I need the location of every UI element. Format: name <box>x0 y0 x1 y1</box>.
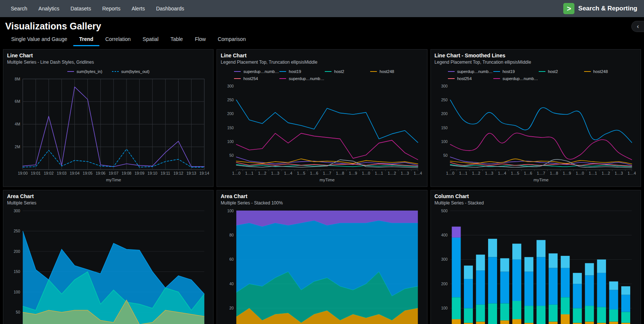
legend-item[interactable]: host19 <box>493 69 539 74</box>
svg-text:300: 300 <box>14 209 20 213</box>
legend-item[interactable]: host254 <box>234 76 279 81</box>
legend-label: superdup…numb… <box>457 69 493 74</box>
tab-table[interactable]: Table <box>164 34 189 46</box>
svg-text:1…1: 1…1 <box>589 171 597 175</box>
tab-single-value-and-gauge[interactable]: Single Value and Gauge <box>5 34 73 46</box>
legend-item[interactable]: sum(bytes_in) <box>67 69 102 74</box>
line-chart[interactable]: 2M4M6M8M19:0019:0119:0219:0319:0419:0519… <box>7 76 209 184</box>
collapse-panel-button[interactable]: ‹ <box>631 21 644 32</box>
legend-item[interactable]: superdup…numb… <box>493 76 539 81</box>
svg-text:100: 100 <box>441 306 448 310</box>
panel-title: Area Chart <box>7 193 209 199</box>
svg-text:1…0: 1…0 <box>446 171 454 175</box>
line-chart[interactable]: 501001502002503001…01…11…21…31…41…51…61…… <box>221 83 423 184</box>
tab-trend[interactable]: Trend <box>73 34 99 46</box>
panel-column-chart-stacked: Column Chart Multiple Series - Stacked 1… <box>430 190 641 324</box>
svg-text:100: 100 <box>227 139 234 144</box>
panel-subtitle: Multiple Series - Stacked 100% <box>221 200 423 206</box>
tab-comparison[interactable]: Comparison <box>212 34 251 46</box>
svg-text:50: 50 <box>230 153 234 158</box>
svg-text:1…1: 1…1 <box>459 171 467 175</box>
legend-label: host19 <box>503 69 515 74</box>
svg-text:19:02: 19:02 <box>44 171 54 175</box>
svg-text:myTime: myTime <box>534 178 548 182</box>
svg-text:1…3: 1…3 <box>615 171 623 175</box>
legend-label: superdup…numb… <box>503 76 538 81</box>
svg-text:1…3: 1…3 <box>485 171 493 175</box>
svg-text:250: 250 <box>227 98 234 102</box>
svg-text:1…6: 1…6 <box>310 171 318 175</box>
chart-legend: superdup…numb…host19host2host248host254s… <box>435 69 637 81</box>
legend-item[interactable]: host248 <box>584 69 629 74</box>
svg-text:1…1: 1…1 <box>375 171 383 175</box>
chart-legend: sum(bytes_in)sum(bytes_out) <box>7 69 209 74</box>
stacked-column-chart[interactable]: 100200300400500 <box>435 208 637 324</box>
svg-text:1…3: 1…3 <box>401 171 409 175</box>
legend-label: host2 <box>334 69 344 74</box>
smoothed-line-chart[interactable]: 501001502002503001…01…11…21…31…41…51…61…… <box>435 83 637 184</box>
svg-text:500: 500 <box>441 209 448 213</box>
legend-label: host2 <box>548 69 558 74</box>
tab-correlation[interactable]: Correlation <box>99 34 137 46</box>
panel-subtitle: Multiple Series - Stacked <box>435 200 637 206</box>
nav-item-reports[interactable]: Reports <box>97 0 126 17</box>
svg-text:1…2: 1…2 <box>602 171 610 175</box>
svg-text:50: 50 <box>16 310 20 314</box>
nav-item-datasets[interactable]: Datasets <box>65 0 96 17</box>
svg-text:400: 400 <box>441 233 448 237</box>
legend-item[interactable]: host254 <box>448 76 493 81</box>
svg-text:250: 250 <box>14 229 20 233</box>
svg-text:40: 40 <box>230 282 234 286</box>
svg-text:150: 150 <box>227 126 234 130</box>
chart-legend: superdup…numb…host19host2host248host254s… <box>221 69 423 81</box>
stacked-area-chart[interactable]: 20406080100 <box>221 208 423 324</box>
svg-text:1…4: 1…4 <box>284 171 292 175</box>
legend-label: host254 <box>243 76 258 81</box>
tab-flow[interactable]: Flow <box>189 34 212 46</box>
splunk-logo-icon: > <box>563 3 574 14</box>
legend-label: superdup…numb… <box>243 69 279 74</box>
legend-item[interactable]: host2 <box>539 69 584 74</box>
svg-text:6M: 6M <box>15 99 20 104</box>
legend-swatch-icon <box>493 71 500 72</box>
legend-item[interactable]: superdup…numb… <box>234 69 279 74</box>
panel-area-chart: Area Chart Multiple Series 5010015020025… <box>3 190 214 324</box>
svg-text:200: 200 <box>227 111 234 116</box>
legend-item[interactable]: superdup…numb… <box>448 69 493 74</box>
svg-text:200: 200 <box>441 282 448 286</box>
legend-item[interactable]: host2 <box>325 69 370 74</box>
nav-item-dashboards[interactable]: Dashboards <box>150 0 190 17</box>
svg-text:19:04: 19:04 <box>70 171 79 175</box>
panel-subtitle: Legend Placement Top, Truncation ellipsi… <box>221 60 423 65</box>
svg-text:1…0: 1…0 <box>232 171 240 175</box>
legend-item[interactable]: host248 <box>370 69 416 74</box>
legend-label: host248 <box>379 69 394 74</box>
svg-text:1…4: 1…4 <box>498 171 506 175</box>
svg-text:1…5: 1…5 <box>511 171 519 175</box>
area-chart[interactable]: 50100150200250300 <box>7 208 209 324</box>
tab-bar: Single Value and Gauge Trend Correlation… <box>5 34 639 46</box>
app-brand[interactable]: > Search & Reporting <box>563 3 639 14</box>
nav-item-search[interactable]: Search <box>5 0 33 17</box>
svg-text:100: 100 <box>441 139 448 144</box>
legend-swatch-icon <box>67 71 74 72</box>
svg-text:80: 80 <box>230 233 234 237</box>
svg-text:19:14: 19:14 <box>199 171 209 175</box>
svg-text:2M: 2M <box>15 144 20 149</box>
legend-swatch-icon <box>325 71 331 72</box>
legend-swatch-icon <box>370 71 377 72</box>
legend-item[interactable]: host19 <box>279 69 325 74</box>
svg-text:1…3: 1…3 <box>271 171 279 175</box>
legend-item[interactable]: sum(bytes_out) <box>112 69 150 74</box>
top-nav: Search Analytics Datasets Reports Alerts… <box>0 0 644 17</box>
legend-swatch-icon <box>584 71 591 72</box>
svg-text:1…7: 1…7 <box>323 171 331 175</box>
nav-item-analytics[interactable]: Analytics <box>33 0 65 17</box>
svg-text:100: 100 <box>14 290 20 294</box>
svg-text:19:12: 19:12 <box>173 171 183 175</box>
tab-spatial[interactable]: Spatial <box>137 34 164 46</box>
nav-item-alerts[interactable]: Alerts <box>126 0 151 17</box>
legend-item[interactable]: superdup…numb… <box>279 76 325 81</box>
legend-swatch-icon <box>112 71 119 72</box>
svg-text:50: 50 <box>443 153 448 158</box>
